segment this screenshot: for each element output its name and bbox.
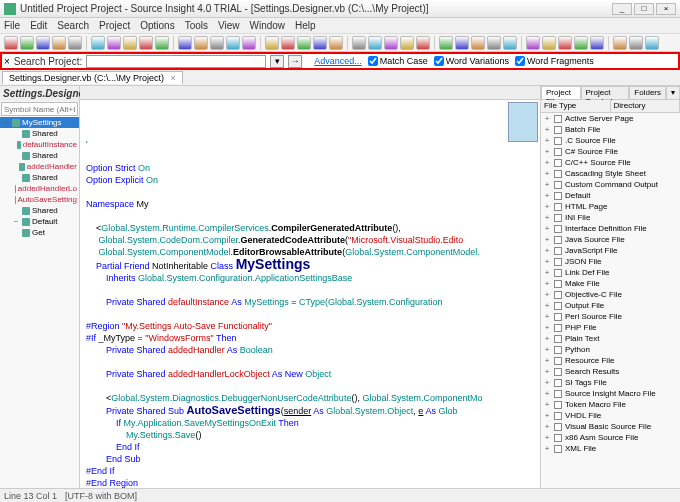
code-line[interactable] xyxy=(86,150,534,162)
file-type-item[interactable]: +Active Server Page xyxy=(541,113,680,124)
file-type-item[interactable]: +JavaScript File xyxy=(541,245,680,256)
toolbar-button[interactable] xyxy=(416,36,430,50)
search-opt[interactable]: Match Case xyxy=(368,56,428,66)
file-type-item[interactable]: +Java Source File xyxy=(541,234,680,245)
toolbar-button[interactable] xyxy=(471,36,485,50)
code-line[interactable] xyxy=(86,356,534,368)
code-line[interactable] xyxy=(86,380,534,392)
code-line[interactable]: Private Shared Sub AutoSaveSettings(send… xyxy=(86,404,534,417)
code-line[interactable]: If My.Application.SaveMySettingsOnExit T… xyxy=(86,417,534,429)
search-go-icon[interactable]: → xyxy=(288,55,302,68)
close-button[interactable]: × xyxy=(656,3,676,15)
file-type-item[interactable]: +Perl Source File xyxy=(541,311,680,322)
toolbar-button[interactable] xyxy=(645,36,659,50)
menu-edit[interactable]: Edit xyxy=(30,20,47,31)
toolbar-button[interactable] xyxy=(503,36,517,50)
file-type-item[interactable]: +Make File xyxy=(541,278,680,289)
symbol-search-input[interactable] xyxy=(1,102,78,116)
menu-options[interactable]: Options xyxy=(140,20,174,31)
toolbar-button[interactable] xyxy=(400,36,414,50)
toolbar-button[interactable] xyxy=(155,36,169,50)
code-line[interactable]: Global.System.CodeDom.Compiler.Generated… xyxy=(86,234,534,246)
toolbar-button[interactable] xyxy=(194,36,208,50)
toolbar-button[interactable] xyxy=(329,36,343,50)
toolbar-button[interactable] xyxy=(178,36,192,50)
symbol-node[interactable]: addedHandler xyxy=(0,161,79,172)
search-input[interactable] xyxy=(86,55,266,68)
menu-view[interactable]: View xyxy=(218,20,240,31)
toolbar-button[interactable] xyxy=(68,36,82,50)
file-type-item[interactable]: +XML File xyxy=(541,443,680,454)
code-line[interactable] xyxy=(86,284,534,296)
symbol-tree[interactable]: −MySettingsShareddefaultInstanceSharedad… xyxy=(0,117,79,488)
code-line[interactable]: #End Region xyxy=(86,477,534,488)
file-type-item[interactable]: +x86 Asm Source File xyxy=(541,432,680,443)
toolbar-button[interactable] xyxy=(107,36,121,50)
toolbar-button[interactable] xyxy=(210,36,224,50)
file-type-item[interactable]: +.C Source File xyxy=(541,135,680,146)
toolbar-button[interactable] xyxy=(384,36,398,50)
code-line[interactable]: End Sub xyxy=(86,453,534,465)
toolbar-button[interactable] xyxy=(352,36,366,50)
toolbar-button[interactable] xyxy=(242,36,256,50)
code-line[interactable]: Inherits Global.System.Configuration.App… xyxy=(86,272,534,284)
toolbar-button[interactable] xyxy=(297,36,311,50)
toolbar-button[interactable] xyxy=(558,36,572,50)
toolbar-button[interactable] xyxy=(487,36,501,50)
code-line[interactable]: <Global.System.Runtime.CompilerServices.… xyxy=(86,222,534,234)
panel-tab[interactable]: Folders xyxy=(629,86,666,99)
symbol-node[interactable]: −MySettings xyxy=(0,117,79,128)
file-type-item[interactable]: +Batch File xyxy=(541,124,680,135)
col-directory[interactable]: Directory xyxy=(611,100,681,112)
maximize-button[interactable]: □ xyxy=(634,3,654,15)
file-type-item[interactable]: +Custom Command Output xyxy=(541,179,680,190)
code-line[interactable]: Partial Friend NotInheritable Class MySe… xyxy=(86,258,534,272)
toolbar-button[interactable] xyxy=(52,36,66,50)
search-opt[interactable]: Word Fragments xyxy=(515,56,594,66)
file-type-item[interactable]: +Python xyxy=(541,344,680,355)
code-line[interactable]: Private Shared addedHandler As Boolean xyxy=(86,344,534,356)
panel-tab[interactable]: Project Symbols xyxy=(581,86,630,99)
toolbar-button[interactable] xyxy=(36,36,50,50)
toolbar-button[interactable] xyxy=(265,36,279,50)
menu-search[interactable]: Search xyxy=(57,20,89,31)
file-type-item[interactable]: +Objective-C File xyxy=(541,289,680,300)
file-type-item[interactable]: +Resource File xyxy=(541,355,680,366)
panel-tab[interactable]: Project Files xyxy=(541,86,581,99)
code-line[interactable] xyxy=(86,210,534,222)
minimap[interactable] xyxy=(508,102,538,142)
menu-window[interactable]: Window xyxy=(250,20,286,31)
file-type-item[interactable]: +JSON File xyxy=(541,256,680,267)
symbol-node[interactable]: Shared xyxy=(0,128,79,139)
toolbar-button[interactable] xyxy=(542,36,556,50)
file-type-item[interactable]: +Visual Basic Source File xyxy=(541,421,680,432)
code-line[interactable]: Namespace My xyxy=(86,198,534,210)
symbol-node[interactable]: addedHandlerLo xyxy=(0,183,79,194)
toolbar-button[interactable] xyxy=(226,36,240,50)
menu-file[interactable]: File xyxy=(4,20,20,31)
code-line[interactable]: <Global.System.Diagnostics.DebuggerNonUs… xyxy=(86,392,534,404)
file-type-item[interactable]: +Token Macro File xyxy=(541,399,680,410)
advanced-link[interactable]: Advanced... xyxy=(314,56,362,66)
toolbar-button[interactable] xyxy=(139,36,153,50)
file-type-item[interactable]: +C/C++ Source File xyxy=(541,157,680,168)
code-text-area[interactable]: ' Option Strict OnOption Explicit On Nam… xyxy=(80,100,540,488)
file-type-item[interactable]: +Plain Text xyxy=(541,333,680,344)
toolbar-button[interactable] xyxy=(313,36,327,50)
file-type-item[interactable]: +Cascading Style Sheet xyxy=(541,168,680,179)
tab-close-icon[interactable]: × xyxy=(171,73,176,83)
file-type-item[interactable]: +C# Source File xyxy=(541,146,680,157)
code-line[interactable]: Option Strict On xyxy=(86,162,534,174)
symbol-node[interactable]: AutoSaveSetting xyxy=(0,194,79,205)
symbol-node[interactable]: Get xyxy=(0,227,79,238)
toolbar-button[interactable] xyxy=(455,36,469,50)
symbol-node[interactable]: Shared xyxy=(0,205,79,216)
search-opt[interactable]: Word Variations xyxy=(434,56,509,66)
toolbar-button[interactable] xyxy=(281,36,295,50)
file-type-item[interactable]: +VHDL File xyxy=(541,410,680,421)
toolbar-button[interactable] xyxy=(613,36,627,50)
code-line[interactable]: Private Shared defaultInstance As MySett… xyxy=(86,296,534,308)
code-line[interactable]: #Region "My.Settings Auto-Save Functiona… xyxy=(86,320,534,332)
toolbar-button[interactable] xyxy=(526,36,540,50)
file-type-item[interactable]: +INI File xyxy=(541,212,680,223)
